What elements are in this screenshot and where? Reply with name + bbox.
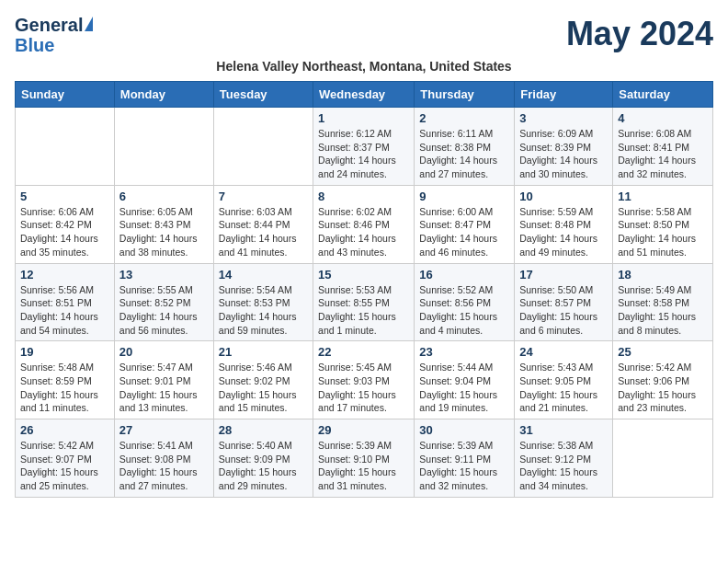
calendar-cell: 16Sunrise: 5:52 AM Sunset: 8:56 PM Dayli… (415, 263, 515, 341)
day-number: 10 (519, 190, 608, 203)
day-info: Sunrise: 5:38 AM Sunset: 9:12 PM Dayligh… (519, 439, 608, 493)
calendar-cell: 22Sunrise: 5:45 AM Sunset: 9:03 PM Dayli… (313, 341, 415, 419)
day-number: 9 (419, 190, 509, 203)
header-saturday: Saturday (613, 82, 713, 108)
header-tuesday: Tuesday (213, 82, 313, 108)
logo-blue: Blue (15, 35, 54, 55)
day-info: Sunrise: 5:52 AM Sunset: 8:56 PM Dayligh… (419, 283, 509, 338)
calendar-cell (114, 108, 213, 186)
calendar-week-3: 12Sunrise: 5:56 AM Sunset: 8:51 PM Dayli… (16, 263, 713, 341)
day-number: 7 (219, 190, 308, 203)
day-number: 31 (519, 423, 608, 437)
day-number: 19 (20, 345, 109, 359)
calendar-week-2: 5Sunrise: 6:06 AM Sunset: 8:42 PM Daylig… (16, 185, 713, 263)
day-info: Sunrise: 5:39 AM Sunset: 9:10 PM Dayligh… (318, 439, 409, 493)
day-info: Sunrise: 6:03 AM Sunset: 8:44 PM Dayligh… (219, 205, 308, 259)
day-number: 1 (318, 111, 409, 125)
calendar-cell: 30Sunrise: 5:39 AM Sunset: 9:11 PM Dayli… (415, 419, 515, 498)
day-info: Sunrise: 6:06 AM Sunset: 8:42 PM Dayligh… (20, 205, 109, 259)
day-number: 27 (119, 423, 209, 437)
calendar-cell (213, 108, 313, 186)
calendar-cell (613, 419, 713, 498)
day-number: 17 (519, 268, 608, 282)
calendar-cell: 3Sunrise: 6:09 AM Sunset: 8:39 PM Daylig… (515, 108, 613, 186)
logo-general: General (15, 15, 83, 35)
day-number: 25 (618, 345, 708, 359)
calendar-cell: 4Sunrise: 6:08 AM Sunset: 8:41 PM Daylig… (613, 108, 713, 186)
day-number: 20 (119, 345, 209, 359)
calendar-cell: 13Sunrise: 5:55 AM Sunset: 8:52 PM Dayli… (114, 263, 213, 341)
day-info: Sunrise: 5:42 AM Sunset: 9:06 PM Dayligh… (618, 361, 708, 415)
calendar-cell: 5Sunrise: 6:06 AM Sunset: 8:42 PM Daylig… (16, 185, 115, 263)
day-number: 8 (318, 190, 409, 203)
day-info: Sunrise: 5:42 AM Sunset: 9:07 PM Dayligh… (20, 439, 109, 493)
day-number: 24 (519, 345, 608, 359)
day-info: Sunrise: 5:44 AM Sunset: 9:04 PM Dayligh… (419, 361, 509, 415)
calendar-cell: 14Sunrise: 5:54 AM Sunset: 8:53 PM Dayli… (213, 263, 313, 341)
day-number: 16 (419, 268, 509, 282)
day-info: Sunrise: 5:47 AM Sunset: 9:01 PM Dayligh… (119, 361, 209, 415)
calendar-cell: 25Sunrise: 5:42 AM Sunset: 9:06 PM Dayli… (613, 341, 713, 419)
calendar-cell: 28Sunrise: 5:40 AM Sunset: 9:09 PM Dayli… (213, 419, 313, 498)
day-number: 28 (219, 423, 308, 437)
day-info: Sunrise: 5:46 AM Sunset: 9:02 PM Dayligh… (219, 361, 308, 415)
calendar-cell: 26Sunrise: 5:42 AM Sunset: 9:07 PM Dayli… (16, 419, 115, 498)
day-number: 15 (318, 268, 409, 282)
day-number: 21 (219, 345, 308, 359)
day-number: 14 (219, 268, 308, 282)
calendar-table: SundayMondayTuesdayWednesdayThursdayFrid… (15, 81, 713, 498)
header-wednesday: Wednesday (313, 82, 415, 108)
day-number: 2 (419, 111, 509, 125)
header-sunday: Sunday (16, 82, 115, 108)
header-thursday: Thursday (415, 82, 515, 108)
day-info: Sunrise: 5:43 AM Sunset: 9:05 PM Dayligh… (519, 361, 608, 415)
calendar-cell: 19Sunrise: 5:48 AM Sunset: 8:59 PM Dayli… (16, 341, 115, 419)
calendar-cell: 1Sunrise: 6:12 AM Sunset: 8:37 PM Daylig… (313, 108, 415, 186)
day-info: Sunrise: 5:45 AM Sunset: 9:03 PM Dayligh… (318, 361, 409, 415)
day-number: 18 (618, 268, 708, 282)
header-friday: Friday (515, 82, 613, 108)
day-number: 13 (119, 268, 209, 282)
day-number: 23 (419, 345, 509, 359)
day-info: Sunrise: 5:59 AM Sunset: 8:48 PM Dayligh… (519, 205, 608, 259)
calendar-cell: 18Sunrise: 5:49 AM Sunset: 8:58 PM Dayli… (613, 263, 713, 341)
day-info: Sunrise: 5:41 AM Sunset: 9:08 PM Dayligh… (119, 439, 209, 493)
day-number: 11 (618, 190, 708, 203)
day-info: Sunrise: 5:54 AM Sunset: 8:53 PM Dayligh… (219, 283, 308, 338)
calendar-cell: 23Sunrise: 5:44 AM Sunset: 9:04 PM Dayli… (415, 341, 515, 419)
day-info: Sunrise: 6:09 AM Sunset: 8:39 PM Dayligh… (519, 127, 608, 181)
day-info: Sunrise: 6:02 AM Sunset: 8:46 PM Dayligh… (318, 205, 409, 259)
calendar-cell: 27Sunrise: 5:41 AM Sunset: 9:08 PM Dayli… (114, 419, 213, 498)
calendar-cell: 21Sunrise: 5:46 AM Sunset: 9:02 PM Dayli… (213, 341, 313, 419)
header-monday: Monday (114, 82, 213, 108)
calendar-week-1: 1Sunrise: 6:12 AM Sunset: 8:37 PM Daylig… (16, 108, 713, 186)
calendar-cell: 20Sunrise: 5:47 AM Sunset: 9:01 PM Dayli… (114, 341, 213, 419)
calendar-week-5: 26Sunrise: 5:42 AM Sunset: 9:07 PM Dayli… (16, 419, 713, 498)
month-title: May 2024 (566, 15, 713, 53)
calendar-cell: 9Sunrise: 6:00 AM Sunset: 8:47 PM Daylig… (415, 185, 515, 263)
day-number: 22 (318, 345, 409, 359)
day-info: Sunrise: 6:08 AM Sunset: 8:41 PM Dayligh… (618, 127, 708, 181)
calendar-cell: 10Sunrise: 5:59 AM Sunset: 8:48 PM Dayli… (515, 185, 613, 263)
day-info: Sunrise: 5:48 AM Sunset: 8:59 PM Dayligh… (20, 361, 109, 415)
calendar-cell: 8Sunrise: 6:02 AM Sunset: 8:46 PM Daylig… (313, 185, 415, 263)
day-number: 6 (119, 190, 209, 203)
day-info: Sunrise: 5:55 AM Sunset: 8:52 PM Dayligh… (119, 283, 209, 338)
day-number: 3 (519, 111, 608, 125)
day-info: Sunrise: 5:58 AM Sunset: 8:50 PM Dayligh… (618, 205, 708, 259)
calendar-cell: 7Sunrise: 6:03 AM Sunset: 8:44 PM Daylig… (213, 185, 313, 263)
day-number: 30 (419, 423, 509, 437)
day-info: Sunrise: 5:39 AM Sunset: 9:11 PM Dayligh… (419, 439, 509, 493)
calendar-cell: 31Sunrise: 5:38 AM Sunset: 9:12 PM Dayli… (515, 419, 613, 498)
calendar-cell: 17Sunrise: 5:50 AM Sunset: 8:57 PM Dayli… (515, 263, 613, 341)
day-info: Sunrise: 6:05 AM Sunset: 8:43 PM Dayligh… (119, 205, 209, 259)
calendar-header-row: SundayMondayTuesdayWednesdayThursdayFrid… (16, 82, 713, 108)
calendar-cell: 29Sunrise: 5:39 AM Sunset: 9:10 PM Dayli… (313, 419, 415, 498)
calendar-cell (16, 108, 115, 186)
calendar-cell: 15Sunrise: 5:53 AM Sunset: 8:55 PM Dayli… (313, 263, 415, 341)
day-info: Sunrise: 5:56 AM Sunset: 8:51 PM Dayligh… (20, 283, 109, 338)
day-info: Sunrise: 5:40 AM Sunset: 9:09 PM Dayligh… (219, 439, 308, 493)
day-info: Sunrise: 5:53 AM Sunset: 8:55 PM Dayligh… (318, 283, 409, 338)
day-number: 29 (318, 423, 409, 437)
day-info: Sunrise: 6:00 AM Sunset: 8:47 PM Dayligh… (419, 205, 509, 259)
